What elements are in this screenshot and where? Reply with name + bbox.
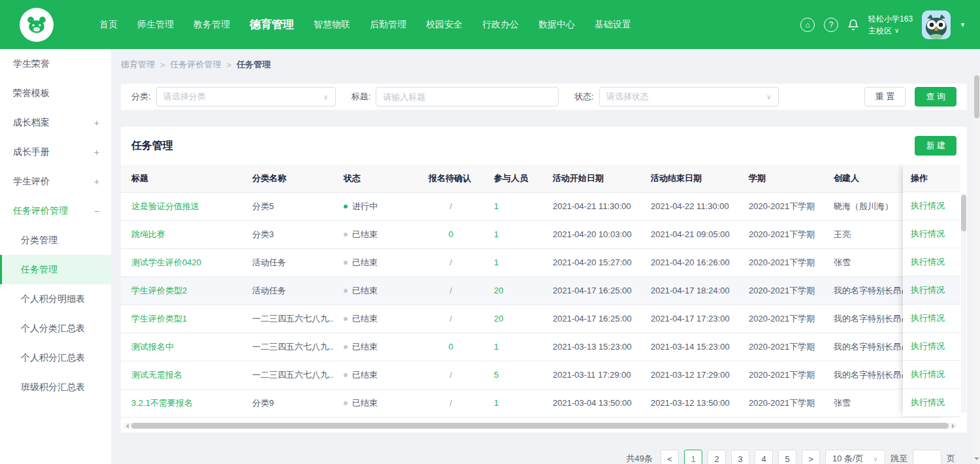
- new-button[interactable]: 新 建: [915, 136, 956, 156]
- nav-item-teacher-student[interactable]: 师生管理: [137, 19, 174, 31]
- pagination-next-button[interactable]: >: [802, 450, 820, 464]
- expand-plus-icon[interactable]: +: [94, 176, 99, 187]
- task-title-link[interactable]: 跳绳比赛: [131, 229, 165, 239]
- cell-pending: /: [418, 192, 483, 220]
- help-icon[interactable]: ?: [824, 18, 838, 32]
- table-row[interactable]: 测试学生评价0420 活动任务 已结束 / 1 2021-04-20 15:27…: [121, 248, 941, 276]
- page-scrollbar-thumb[interactable]: [974, 75, 979, 118]
- execution-status-link[interactable]: 执行情况: [911, 312, 945, 324]
- task-title-link[interactable]: 3.2.1不需要报名: [131, 398, 193, 408]
- breadcrumb-separator: >: [160, 60, 165, 70]
- sidebar-item-honor-template[interactable]: 荣誉模板: [0, 78, 111, 108]
- horizontal-scrollbar[interactable]: [123, 423, 956, 429]
- task-title-link[interactable]: 学生评价类型1: [131, 314, 187, 323]
- pagination-page-4[interactable]: 4: [755, 450, 773, 464]
- scroll-right-arrow-icon[interactable]: [950, 423, 956, 429]
- pagination-page-2[interactable]: 2: [708, 450, 726, 464]
- table-header-row: 标题 分类名称 状态 报名待确认 参与人员 活动开始日期 活动结束日期 学期 创…: [121, 165, 941, 192]
- cell-end-date: 2021-03-12 17:29:00: [640, 361, 738, 389]
- sidebar-item-growth-archive[interactable]: 成长档案 +: [0, 108, 111, 137]
- table-row[interactable]: 测试无需报名 一二三四五六七八九... 已结束 / 5 2021-03-11 1…: [121, 361, 941, 389]
- nav-item-campus-safety[interactable]: 校园安全: [426, 19, 463, 31]
- main-content: 德育管理 > 任务评价管理 > 任务管理 分类: 请选择分类 ∨ 标题: 状态:…: [111, 49, 980, 464]
- task-title-link[interactable]: 测试报名中: [131, 342, 174, 352]
- sidebar-item-category-mgmt[interactable]: 分类管理: [0, 225, 111, 255]
- nav-item-home[interactable]: 首页: [99, 19, 118, 31]
- jump-page-input[interactable]: [913, 450, 941, 464]
- breadcrumb-item[interactable]: 任务评价管理: [171, 59, 221, 71]
- execution-status-link[interactable]: 执行情况: [911, 200, 945, 212]
- breadcrumb-item[interactable]: 德育管理: [121, 59, 155, 71]
- category-select[interactable]: 请选择分类 ∨: [156, 87, 336, 107]
- nav-item-logistics[interactable]: 后勤管理: [370, 19, 406, 31]
- table-row[interactable]: 3.2.1不需要报名 分类9 已结束 / 1 2021-03-04 13:50:…: [121, 389, 941, 417]
- title-input[interactable]: [376, 87, 559, 107]
- nav-item-admin-office[interactable]: 行政办公: [482, 19, 519, 31]
- cell-participants: 1: [483, 192, 542, 220]
- notification-bell-icon[interactable]: [847, 19, 859, 31]
- pagination-page-3[interactable]: 3: [731, 450, 749, 464]
- caret-down-icon[interactable]: ▼: [960, 22, 966, 28]
- table-row[interactable]: 学生评价类型2 活动任务 已结束 / 20 2021-04-17 16:25:0…: [121, 276, 941, 305]
- sidebar-item-student-evaluation[interactable]: 学生评价 +: [0, 167, 111, 196]
- app-logo[interactable]: [20, 8, 54, 42]
- execution-status-link[interactable]: 执行情况: [911, 284, 945, 296]
- task-title-link[interactable]: 测试学生评价0420: [131, 257, 201, 267]
- status-text: 已结束: [352, 370, 378, 380]
- sidebar-item-class-score-summary[interactable]: 班级积分汇总表: [0, 373, 111, 402]
- top-navigation-bar: 首页 师生管理 教务管理 德育管理 智慧物联 后勤管理 校园安全 行政办公 数据…: [0, 0, 980, 49]
- horizontal-scrollbar-thumb[interactable]: [131, 423, 949, 429]
- execution-status-link[interactable]: 执行情况: [911, 397, 945, 408]
- sidebar-item-task-evaluation-mgmt[interactable]: 任务评价管理 −: [0, 196, 111, 225]
- vertical-scrollbar-thumb[interactable]: [961, 195, 966, 231]
- pagination-page-1[interactable]: 1: [684, 450, 702, 464]
- table-row[interactable]: 学生评价类型1 一二三四五六七八九... 已结束 / 20 2021-04-17…: [121, 305, 941, 333]
- cell-end-date: 2021-04-17 17:23:00: [640, 305, 738, 333]
- nav-item-data-center[interactable]: 数据中心: [538, 19, 575, 31]
- task-title-link[interactable]: 学生评价类型2: [131, 286, 187, 295]
- sidebar-item-growth-handbook[interactable]: 成长手册 +: [0, 137, 111, 167]
- table-vertical-scrollbar[interactable]: [961, 193, 966, 413]
- cell-participants: 1: [483, 248, 542, 276]
- page-size-select[interactable]: 10 条/页 ∨: [825, 450, 885, 464]
- sidebar-item-personal-category-summary[interactable]: 个人分类汇总表: [0, 314, 111, 343]
- nav-item-smart-iot[interactable]: 智慧物联: [314, 19, 350, 31]
- nav-item-moral-education[interactable]: 德育管理: [250, 17, 294, 32]
- scroll-left-arrow-icon[interactable]: [123, 423, 130, 429]
- execution-status-link[interactable]: 执行情况: [911, 340, 945, 352]
- reset-button[interactable]: 重 置: [864, 87, 906, 107]
- status-select[interactable]: 请选择状态 ∨: [599, 87, 779, 107]
- execution-status-link[interactable]: 执行情况: [911, 369, 945, 380]
- home-icon[interactable]: ⌂: [800, 18, 815, 32]
- pagination-prev-button[interactable]: <: [661, 450, 679, 464]
- pagination-page-5[interactable]: 5: [778, 450, 796, 464]
- table-row[interactable]: 这是验证分值推送 分类5 进行中 / 1 2021-04-21 11:30:00…: [121, 192, 941, 220]
- fixed-action-column: 操作 执行情况 执行情况 执行情况 执行情况 执行情况 执行情况 执行情况 执行…: [903, 165, 960, 417]
- collapse-minus-icon[interactable]: −: [94, 206, 99, 216]
- user-avatar[interactable]: [922, 10, 951, 39]
- table-row[interactable]: 测试报名中 一二三四五六七八九... 已结束 0 1 2021-03-13 15…: [121, 333, 941, 361]
- action-cell: 执行情况: [903, 361, 960, 389]
- school-switcher[interactable]: 轻松小学163 主校区 ∨: [868, 13, 913, 37]
- execution-status-link[interactable]: 执行情况: [911, 256, 945, 268]
- nav-item-basic-settings[interactable]: 基础设置: [595, 19, 631, 31]
- cell-title: 这是验证分值推送: [121, 192, 242, 220]
- cell-participants: 5: [483, 361, 542, 389]
- nav-item-academic[interactable]: 教务管理: [193, 19, 230, 31]
- expand-plus-icon[interactable]: +: [94, 118, 99, 128]
- main-nav: 首页 师生管理 教务管理 德育管理 智慧物联 后勤管理 校园安全 行政办公 数据…: [99, 17, 631, 32]
- sidebar-item-student-honor[interactable]: 学生荣誉: [0, 49, 111, 78]
- search-button[interactable]: 查 询: [915, 87, 956, 107]
- action-cell: 执行情况: [903, 248, 960, 276]
- sidebar-item-task-mgmt[interactable]: 任务管理: [0, 255, 111, 284]
- expand-plus-icon[interactable]: +: [94, 147, 99, 157]
- page-vertical-scrollbar[interactable]: [973, 74, 980, 464]
- sidebar-item-personal-score-detail[interactable]: 个人积分明细表: [0, 284, 111, 314]
- sidebar-item-personal-score-summary[interactable]: 个人积分汇总表: [0, 343, 111, 373]
- table-row[interactable]: 跳绳比赛 分类3 已结束 0 1 2021-04-20 10:03:00 202…: [121, 220, 941, 248]
- table-zone: 标题 分类名称 状态 报名待确认 参与人员 活动开始日期 活动结束日期 学期 创…: [121, 165, 967, 433]
- execution-status-link[interactable]: 执行情况: [911, 228, 945, 240]
- task-title-link[interactable]: 测试无需报名: [131, 370, 182, 380]
- scroll-down-arrow-icon[interactable]: [974, 457, 979, 462]
- task-title-link[interactable]: 这是验证分值推送: [131, 201, 199, 211]
